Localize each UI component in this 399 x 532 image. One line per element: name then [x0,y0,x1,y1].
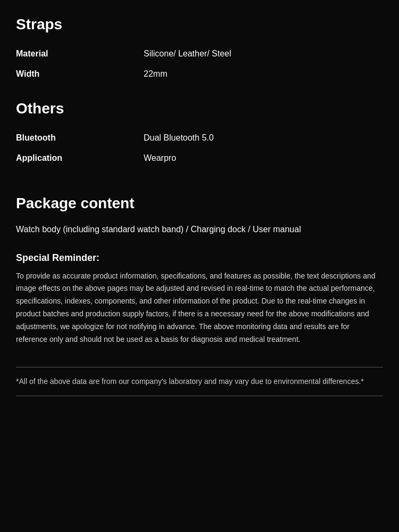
others-bluetooth-value: Dual Bluetooth 5.0 [144,133,214,143]
straps-width-row: Width 22mm [16,64,383,84]
others-application-label: Application [16,153,144,163]
straps-section: Straps Material Silicone/ Leather/ Steel… [16,16,383,84]
straps-material-row: Material Silicone/ Leather/ Steel [16,44,383,64]
straps-material-label: Material [16,49,144,59]
footnote-container: *All of the above data are from our comp… [16,367,383,396]
others-spec-table: Bluetooth Dual Bluetooth 5.0 Application… [16,128,383,168]
reminder-text: To provide as accurate product informati… [16,270,383,346]
others-application-row: Application Wearpro [16,148,383,168]
reminder-title: Special Reminder: [16,252,383,264]
others-title: Others [16,100,383,117]
others-section: Others Bluetooth Dual Bluetooth 5.0 Appl… [16,100,383,168]
straps-width-value: 22mm [144,69,167,79]
others-bluetooth-row: Bluetooth Dual Bluetooth 5.0 [16,128,383,148]
reminder-section: Special Reminder: To provide as accurate… [16,252,383,346]
straps-width-label: Width [16,69,144,79]
footnote-text: *All of the above data are from our comp… [16,375,383,387]
package-content-text: Watch body (including standard watch ban… [16,223,383,236]
others-application-value: Wearpro [144,153,176,163]
straps-title: Straps [16,16,383,33]
package-title: Package content [16,195,383,212]
straps-spec-table: Material Silicone/ Leather/ Steel Width … [16,44,383,84]
straps-material-value: Silicone/ Leather/ Steel [144,49,231,59]
others-bluetooth-label: Bluetooth [16,133,144,143]
package-section: Package content Watch body (including st… [16,195,383,236]
